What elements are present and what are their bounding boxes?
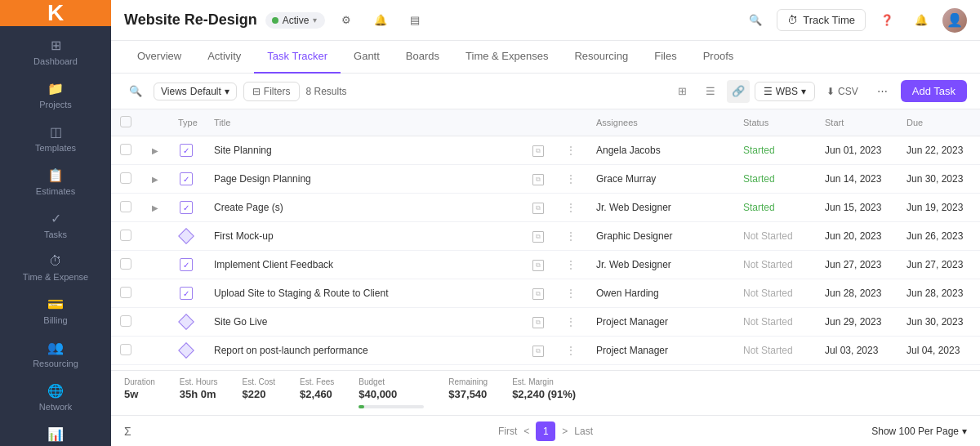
tab-proofs[interactable]: Proofs bbox=[690, 41, 747, 74]
csv-button[interactable]: ⬇ CSV bbox=[820, 83, 865, 100]
bell-icon[interactable]: 🔔 bbox=[368, 7, 394, 33]
row-checkbox[interactable] bbox=[120, 144, 131, 155]
list-view-icon[interactable]: ☰ bbox=[699, 80, 722, 103]
prev-page-button[interactable]: < bbox=[523, 426, 529, 437]
search-header-icon[interactable]: 🔍 bbox=[742, 7, 768, 33]
remaining-value: $37,540 bbox=[448, 388, 488, 400]
toolbar: 🔍 Views Default ▾ ⊟ Filters 8 Results ⊞ … bbox=[111, 74, 980, 109]
tab-task-tracker[interactable]: Task Tracker bbox=[254, 41, 341, 74]
task-assignee: Graphic Designer bbox=[588, 222, 735, 251]
filter-icon: ⊟ bbox=[252, 86, 261, 97]
expand-arrow-icon[interactable]: ▶ bbox=[149, 144, 162, 157]
row-menu-icon[interactable]: ⋮ bbox=[562, 230, 580, 243]
per-page-selector[interactable]: Show 100 Per Page ▾ bbox=[871, 426, 967, 437]
sidebar-logo[interactable]: K bbox=[0, 0, 111, 26]
sidebar-item-templates[interactable]: ◫ Templates bbox=[0, 116, 111, 159]
row-menu-icon[interactable]: ⋮ bbox=[562, 315, 580, 328]
row-menu-icon[interactable]: ⋮ bbox=[562, 201, 580, 214]
tab-time-expenses[interactable]: Time & Expenses bbox=[452, 41, 561, 74]
page-link-icon[interactable]: ⧉ bbox=[532, 288, 544, 300]
row-menu-icon[interactable]: ⋮ bbox=[562, 172, 580, 185]
row-checkbox[interactable] bbox=[120, 172, 131, 184]
row-checkbox[interactable] bbox=[120, 230, 131, 241]
current-page[interactable]: 1 bbox=[536, 421, 555, 441]
tab-overview[interactable]: Overview bbox=[124, 41, 194, 74]
tab-boards[interactable]: Boards bbox=[393, 41, 452, 74]
page-link-icon[interactable]: ⧉ bbox=[532, 317, 544, 328]
row-checkbox[interactable] bbox=[120, 287, 131, 298]
tab-gantt[interactable]: Gantt bbox=[341, 41, 393, 74]
page-link-icon[interactable]: ⧉ bbox=[532, 203, 544, 214]
remaining-label: Remaining bbox=[448, 377, 488, 386]
estimates-icon: 📋 bbox=[47, 167, 64, 183]
page-link-icon[interactable]: ⧉ bbox=[532, 145, 544, 157]
sidebar-item-tasks[interactable]: ✓ Tasks bbox=[0, 203, 111, 246]
download-icon: ⬇ bbox=[826, 86, 835, 97]
page-link-icon[interactable]: ⧉ bbox=[532, 346, 544, 357]
stat-est-cost: Est. Cost $220 bbox=[243, 377, 276, 400]
status-label: Active bbox=[283, 15, 310, 26]
sidebar-item-resourcing[interactable]: 👥 Resourcing bbox=[0, 332, 111, 375]
task-due: Jun 28, 2023 bbox=[898, 279, 980, 308]
resourcing-icon: 👥 bbox=[47, 340, 64, 355]
task-status: Not Started bbox=[743, 316, 793, 328]
task-type-diamond-icon bbox=[178, 314, 194, 330]
layout-icon[interactable]: ▤ bbox=[402, 7, 428, 33]
sidebar-item-estimates[interactable]: 📋 Estimates bbox=[0, 159, 111, 203]
more-options-icon[interactable]: ⋯ bbox=[870, 78, 896, 105]
notification-icon[interactable]: 🔔 bbox=[908, 7, 934, 33]
task-type-icon: ✓ bbox=[178, 171, 194, 187]
track-time-button[interactable]: ⏱ Track Time bbox=[777, 9, 866, 31]
sidebar-item-analytics[interactable]: 📊 Analytics bbox=[0, 418, 111, 446]
task-title: Report on post-launch performance bbox=[206, 337, 524, 365]
table-header-row: Type Title Assignees Status Start Due bbox=[111, 109, 980, 136]
row-checkbox[interactable] bbox=[120, 201, 131, 212]
views-dropdown[interactable]: Views Default ▾ bbox=[154, 83, 237, 100]
task-type-icon: ✓ bbox=[178, 285, 194, 301]
user-avatar[interactable]: 👤 bbox=[942, 8, 967, 33]
expand-arrow-icon[interactable]: ▶ bbox=[149, 172, 162, 185]
select-all-checkbox[interactable] bbox=[120, 116, 131, 127]
row-checkbox[interactable] bbox=[120, 344, 131, 355]
tab-files[interactable]: Files bbox=[641, 41, 689, 74]
last-page-button[interactable]: Last bbox=[574, 426, 593, 437]
tab-activity[interactable]: Activity bbox=[194, 41, 254, 74]
task-title: First Mock-up bbox=[206, 222, 524, 251]
row-checkbox[interactable] bbox=[120, 315, 131, 327]
row-menu-icon[interactable]: ⋮ bbox=[562, 144, 580, 157]
page-link-icon[interactable]: ⧉ bbox=[532, 231, 544, 243]
sidebar-item-dashboard[interactable]: ⊞ Dashboard bbox=[0, 29, 111, 73]
row-menu-icon[interactable]: ⋮ bbox=[562, 287, 580, 300]
sigma-icon: Σ bbox=[124, 425, 131, 438]
task-due: Jun 30, 2023 bbox=[898, 165, 980, 194]
status-badge[interactable]: Active ▾ bbox=[265, 12, 326, 29]
sidebar-item-projects[interactable]: 📁 Projects bbox=[0, 73, 111, 116]
dashboard-icon: ⊞ bbox=[51, 38, 61, 53]
status-dot-icon bbox=[272, 17, 278, 24]
wbs-dropdown[interactable]: ☰ WBS ▾ bbox=[755, 82, 815, 101]
add-task-button[interactable]: Add Task bbox=[901, 80, 967, 102]
filter-button[interactable]: ⊟ Filters bbox=[243, 82, 300, 101]
expand-arrow-icon[interactable]: ▶ bbox=[149, 201, 162, 214]
sidebar-item-network[interactable]: 🌐 Network bbox=[0, 375, 111, 418]
row-menu-icon[interactable]: ⋮ bbox=[562, 258, 580, 271]
row-menu-icon[interactable]: ⋮ bbox=[562, 344, 580, 357]
help-icon[interactable]: ❓ bbox=[874, 7, 900, 33]
task-status: Not Started bbox=[743, 345, 793, 356]
page-link-icon[interactable]: ⧉ bbox=[532, 260, 544, 271]
grid-view-icon[interactable]: ⊞ bbox=[671, 80, 694, 103]
next-page-button[interactable]: > bbox=[562, 426, 568, 437]
est-fees-label: Est. Fees bbox=[300, 377, 334, 386]
footer-stats: Duration 5w Est. Hours 35h 0m Est. Cost … bbox=[111, 370, 980, 415]
row-checkbox[interactable] bbox=[120, 258, 131, 270]
toolbar-right: ⊞ ☰ 🔗 ☰ WBS ▾ ⬇ CSV ⋯ Add Task bbox=[671, 78, 967, 105]
link-view-icon[interactable]: 🔗 bbox=[727, 80, 750, 103]
sidebar-item-time-expense[interactable]: ⏱ Time & Expense bbox=[0, 246, 111, 288]
tab-resourcing[interactable]: Resourcing bbox=[561, 41, 641, 74]
page-link-icon[interactable]: ⧉ bbox=[532, 174, 544, 185]
search-toolbar-icon[interactable]: 🔍 bbox=[124, 80, 147, 103]
first-page-button[interactable]: First bbox=[498, 426, 517, 437]
wbs-label: WBS bbox=[776, 86, 798, 97]
settings-header-icon[interactable]: ⚙ bbox=[333, 7, 359, 33]
sidebar-item-billing[interactable]: 💳 Billing bbox=[0, 288, 111, 332]
